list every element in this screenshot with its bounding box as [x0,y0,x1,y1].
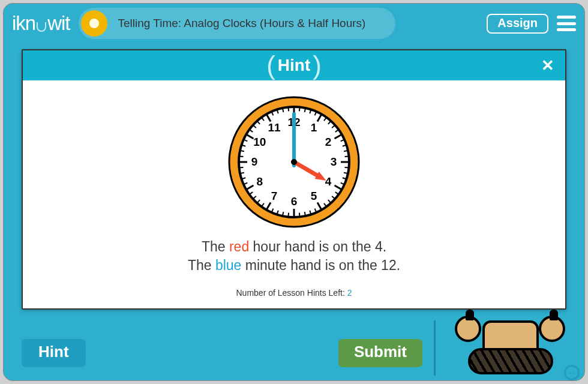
logo[interactable]: ikn wit [12,12,70,35]
app-frame: ikn wit Telling Time: Analog Clocks (Hou… [3,3,585,381]
svg-line-33 [288,213,289,217]
svg-line-45 [240,173,244,173]
logo-text-right: wit [47,12,70,35]
hamburger-menu-icon[interactable] [557,16,576,31]
lesson-title-pill: Telling Time: Analog Clocks (Hours & Hal… [79,8,396,39]
svg-text:2: 2 [325,136,332,148]
svg-text:1: 1 [311,121,317,134]
hint-line1-color: red [229,239,249,254]
assign-button[interactable]: Assign [487,14,548,34]
hint-line2-post: minute hand is on the 12. [241,257,400,273]
level-badge-dot-icon [89,19,99,28]
svg-text:7: 7 [271,190,278,202]
svg-text:5: 5 [311,190,317,202]
svg-line-48 [239,156,244,157]
svg-line-34 [283,212,283,216]
submit-button[interactable]: Submit [338,339,422,367]
svg-line-16 [345,156,349,157]
svg-line-49 [240,151,244,151]
svg-text:8: 8 [257,175,263,188]
close-icon[interactable]: ✕ [541,56,554,75]
hint-button[interactable]: Hint [22,339,86,367]
level-badge-icon [81,10,107,37]
svg-text:11: 11 [268,121,281,134]
svg-line-61 [288,107,289,112]
hints-left-label: Number of Lesson Hints Left: 2 [41,288,547,298]
hint-line1-post: hour hand is on the 4. [249,239,386,254]
svg-line-4 [305,108,305,112]
hint-modal: ( Hint ) ✕ 121234567891011 [22,49,566,310]
svg-line-3 [299,107,300,112]
svg-line-30 [305,212,305,216]
svg-line-18 [345,167,349,168]
svg-line-60 [283,108,283,112]
svg-line-15 [344,151,348,151]
analog-clock-icon: 121234567891011 [227,95,361,229]
svg-text:4: 4 [325,175,332,188]
expand-icon[interactable]: ↔ [564,365,580,380]
hint-modal-title: Hint [278,56,310,75]
svg-line-19 [344,173,348,173]
svg-text:6: 6 [291,195,298,208]
hint-text: The red hour hand is on the 4. The blue … [41,238,547,275]
hint-line2-pre: The [188,257,215,273]
svg-text:10: 10 [253,136,266,148]
logo-text-left: ikn [12,12,35,35]
header-bar: ikn wit Telling Time: Analog Clocks (Hou… [4,4,584,43]
lightbulb-icon [37,22,46,32]
hint-line1-pre: The [202,239,229,254]
vertical-divider [434,320,436,376]
hint-modal-body: 121234567891011 The red hour hand is on … [23,80,565,308]
svg-line-46 [239,167,244,168]
lesson-title: Telling Time: Analog Clocks (Hours & Hal… [118,17,366,30]
hint-line2-color: blue [215,257,241,273]
bottom-toolbar: Hint Submit [4,332,584,373]
hint-modal-header: ( Hint ) ✕ [23,50,565,80]
svg-text:9: 9 [251,155,258,168]
hints-left-count: 2 [347,288,352,298]
svg-text:3: 3 [331,155,337,168]
svg-line-31 [299,213,300,217]
svg-point-77 [291,159,297,165]
